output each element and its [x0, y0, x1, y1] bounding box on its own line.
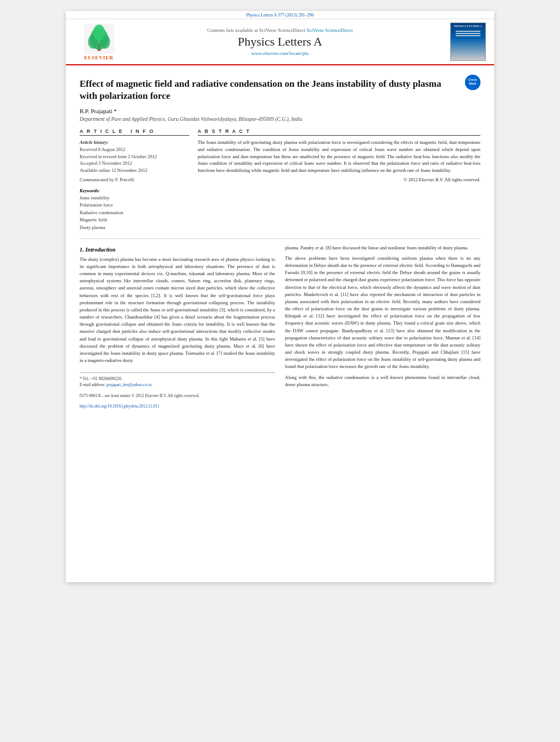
article-info-header: A R T I C L E I N F O: [80, 129, 189, 136]
section1-para2: plasma. Pandey et al. [8] have discussed…: [285, 244, 480, 252]
keyword-jeans: Jeans instability: [80, 194, 189, 202]
cover-title: PHYSICS LETTERS A: [454, 25, 482, 28]
keyword-dusty: Dusty plasma: [80, 224, 189, 232]
article-info-col: A R T I C L E I N F O Article history: R…: [80, 129, 189, 231]
keywords-label: Keywords:: [80, 188, 189, 193]
affiliation-line: Department of Pure and Applied Physics, …: [80, 116, 480, 122]
journal-cover-area: PHYSICS LETTERS A: [436, 23, 486, 61]
footnote-email-label: E-mail address:: [80, 382, 105, 387]
received-revised-date: Received in revised form 2 October 2012: [80, 153, 189, 160]
available-online-date: Available online 12 November 2012: [80, 167, 189, 174]
history-label: Article history:: [80, 139, 189, 146]
section1-para3: The above problems have been investigate…: [285, 255, 480, 371]
keyword-radiative: Radiative condensation: [80, 209, 189, 217]
elsevier-tree-icon: [84, 24, 114, 54]
section1-title: 1. Introduction: [80, 247, 275, 253]
footnote-email: E-mail address: prajapati_iter@yahoo.co.…: [80, 382, 275, 388]
crossmark-badge[interactable]: Cross Mark: [465, 75, 480, 90]
svg-point-5: [93, 24, 105, 40]
article-body: Cross Mark Effect of magnetic field and …: [66, 65, 494, 417]
svg-text:Cross: Cross: [468, 78, 477, 81]
body-col-right: plasma. Pandey et al. [8] have discussed…: [285, 244, 480, 410]
footer-line2[interactable]: http://dx.doi.org/10.1016/j.physleta.201…: [80, 403, 275, 409]
cover-line-1: [456, 31, 481, 32]
footer-line1: 0375-9601/$ – see front matter © 2012 El…: [80, 393, 275, 399]
section1-para1: The dusty (complex) plasma has become a …: [80, 256, 275, 365]
abstract-header: A B S T R A C T: [198, 129, 480, 136]
abstract-text: The Jeans instability of self-gravitatin…: [198, 139, 480, 183]
sciverse-brand: SciVerse ScienceDirect: [306, 27, 352, 33]
journal-cover-image: PHYSICS LETTERS A: [450, 23, 486, 61]
sciverse-text: Contents lists available at SciVerse Sci…: [207, 27, 305, 33]
svg-text:Mark: Mark: [469, 82, 477, 85]
history-label-text: Article history:: [80, 140, 109, 145]
crossmark-icon: Cross Mark: [465, 75, 480, 90]
received-date: Received 8 August 2012: [80, 146, 189, 153]
author-line: R.P. Prajapati *: [80, 108, 480, 114]
journal-reference-line: Physics Letters A 377 (2013) 291–296: [66, 11, 494, 19]
elsevier-logo-area: ELSEVIER: [74, 24, 124, 60]
cover-decoration: [456, 31, 481, 37]
footer-doi-link[interactable]: http://dx.doi.org/10.1016/j.physleta.201…: [80, 404, 159, 409]
abstract-col: A B S T R A C T The Jeans instability of…: [198, 129, 480, 231]
section-divider: [80, 238, 480, 239]
body-two-col: 1. Introduction The dusty (complex) plas…: [80, 244, 480, 410]
journal-title-area: Contents lists available at SciVerse Sci…: [124, 27, 436, 56]
journal-url[interactable]: www.elsevier.com/locate/pla: [124, 51, 436, 56]
footnote-tel: * Tel.: +91 98266699220.: [80, 376, 275, 382]
journal-page: Physics Letters A 377 (2013) 291–296 ELS…: [66, 11, 494, 582]
sciverse-line: Contents lists available at SciVerse Sci…: [124, 27, 436, 33]
rights-reserved: © 2012 Elsevier B.V. All rights reserved…: [198, 176, 480, 183]
keyword-magnetic: Magnetic field: [80, 216, 189, 224]
accepted-date: Accepted 5 November 2012: [80, 160, 189, 167]
cover-line-2: [456, 33, 481, 34]
communicated-by: Communicated by F. Porcelli: [80, 176, 189, 183]
footnote-email-address[interactable]: prajapati_iter@yahoo.co.in.: [107, 382, 153, 387]
cover-line-3: [456, 35, 481, 36]
footnote-area: * Tel.: +91 98266699220. E-mail address:…: [80, 372, 275, 388]
journal-header: ELSEVIER Contents lists available at Sci…: [66, 19, 494, 65]
keywords-block: Keywords: Jeans instability Polarization…: [80, 188, 189, 232]
elsevier-logo: ELSEVIER: [84, 24, 114, 60]
section1-para4: Along with this, the radiative condensat…: [285, 374, 480, 388]
article-history: Article history: Received 8 August 2012 …: [80, 139, 189, 183]
body-col-left: 1. Introduction The dusty (complex) plas…: [80, 244, 275, 410]
abstract-body: The Jeans instability of self-gravitatin…: [198, 140, 480, 173]
elsevier-label: ELSEVIER: [84, 55, 114, 60]
author-name: R.P. Prajapati *: [80, 108, 117, 114]
keyword-polarization: Polarization force: [80, 202, 189, 209]
article-title-area: Cross Mark Effect of magnetic field and …: [80, 74, 480, 108]
journal-title: Physics Letters A: [124, 35, 436, 49]
journal-ref-text: Physics Letters A 377 (2013) 291–296: [247, 13, 314, 18]
article-info-abstract: A R T I C L E I N F O Article history: R…: [80, 129, 480, 231]
article-title: Effect of magnetic field and radiative c…: [80, 78, 480, 102]
